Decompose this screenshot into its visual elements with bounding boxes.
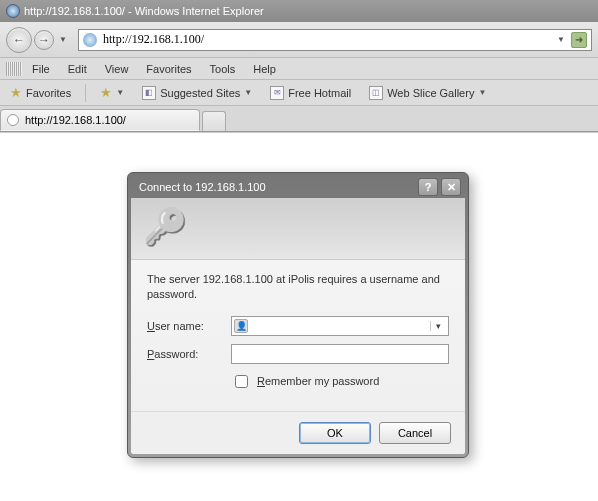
dialog-button-row: OK Cancel (131, 411, 465, 454)
star-add-icon: ★ (100, 85, 112, 100)
remember-label: RRemember my passwordemember my password (257, 375, 379, 387)
menu-bar: File Edit View Favorites Tools Help (0, 58, 598, 80)
web-slice-icon: ◫ (369, 86, 383, 100)
password-label: PPassword:assword: (147, 348, 231, 360)
dialog-artwork (131, 198, 465, 260)
browser-tab[interactable]: http://192.168.1.100/ (0, 109, 200, 131)
history-dropdown[interactable]: ▼ (56, 33, 70, 47)
window-titlebar: http://192.168.1.100/ - Windows Internet… (0, 0, 598, 22)
back-button[interactable]: ← (6, 27, 32, 53)
slice-label: Web Slice Gallery (387, 87, 474, 99)
favorites-label: Favorites (26, 87, 71, 99)
hotmail-label: Free Hotmail (288, 87, 351, 99)
tab-favicon-icon (7, 114, 19, 126)
username-dropdown[interactable]: ▾ (430, 321, 446, 331)
new-tab-button[interactable] (202, 111, 226, 131)
menu-favorites[interactable]: Favorites (138, 63, 199, 75)
suggested-sites-link[interactable]: ◧ Suggested Sites ▼ (138, 86, 256, 100)
help-button[interactable]: ? (418, 178, 438, 196)
ie-app-icon (6, 4, 20, 18)
menu-help[interactable]: Help (245, 63, 284, 75)
site-favicon-icon (83, 33, 97, 47)
menu-tools[interactable]: Tools (202, 63, 244, 75)
suggested-dropdown-icon: ▼ (244, 88, 252, 97)
add-favorite-button[interactable]: ★ ▼ (96, 85, 128, 100)
dialog-titlebar: Connect to 192.168.1.100 ? ✕ (131, 176, 465, 198)
password-field-wrapper (231, 344, 449, 364)
go-button[interactable]: ➜ (571, 32, 587, 48)
suggested-sites-icon: ◧ (142, 86, 156, 100)
address-input[interactable] (101, 31, 551, 49)
add-favorite-dropdown-icon: ▼ (116, 88, 124, 97)
ok-button[interactable]: OK (299, 422, 371, 444)
hotmail-icon: ✉ (270, 86, 284, 100)
free-hotmail-link[interactable]: ✉ Free Hotmail (266, 86, 355, 100)
address-dropdown[interactable]: ▼ (555, 35, 567, 44)
favorites-toolbar: ★ Favorites ★ ▼ ◧ Suggested Sites ▼ ✉ Fr… (0, 80, 598, 106)
menubar-grip (6, 62, 22, 76)
suggested-sites-label: Suggested Sites (160, 87, 240, 99)
username-input[interactable] (252, 318, 430, 334)
username-label: UUser name:ser name: (147, 320, 231, 332)
dialog-body: The server 192.168.1.100 at iPolis requi… (131, 198, 465, 454)
auth-dialog: Connect to 192.168.1.100 ? ✕ The server … (127, 172, 469, 458)
dialog-message: The server 192.168.1.100 at iPolis requi… (147, 272, 449, 302)
close-button[interactable]: ✕ (441, 178, 461, 196)
menu-view[interactable]: View (97, 63, 137, 75)
username-field-wrapper: 👤 ▾ (231, 316, 449, 336)
web-slice-gallery-link[interactable]: ◫ Web Slice Gallery ▼ (365, 86, 490, 100)
slice-dropdown-icon: ▼ (478, 88, 486, 97)
navigation-toolbar: ← → ▼ ▼ ➜ (0, 22, 598, 58)
password-input[interactable] (234, 346, 446, 362)
toolbar-separator (85, 84, 86, 102)
menu-edit[interactable]: Edit (60, 63, 95, 75)
user-avatar-icon: 👤 (234, 319, 248, 333)
tab-title: http://192.168.1.100/ (25, 114, 126, 126)
menu-file[interactable]: File (24, 63, 58, 75)
favorites-button[interactable]: ★ Favorites (6, 85, 75, 100)
star-icon: ★ (10, 85, 22, 100)
window-title: http://192.168.1.100/ - Windows Internet… (24, 5, 264, 17)
dialog-title: Connect to 192.168.1.100 (139, 181, 266, 193)
forward-button[interactable]: → (34, 30, 54, 50)
keys-icon (143, 206, 187, 250)
tab-strip: http://192.168.1.100/ (0, 106, 598, 132)
address-bar: ▼ ➜ (78, 29, 592, 51)
cancel-button[interactable]: Cancel (379, 422, 451, 444)
remember-checkbox[interactable] (235, 375, 248, 388)
